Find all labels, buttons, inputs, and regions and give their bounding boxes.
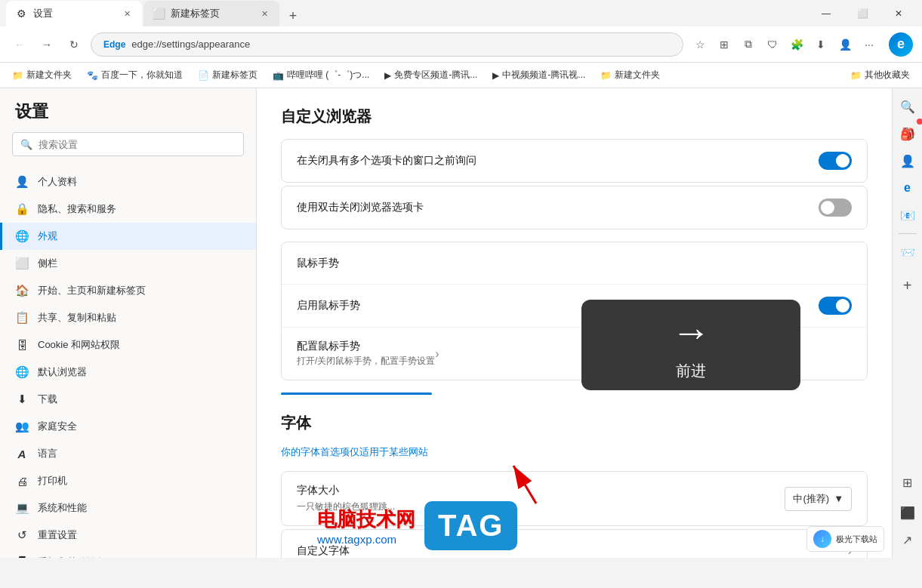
- tooltip-text: 前进: [676, 361, 706, 381]
- forward-button[interactable]: →: [36, 34, 57, 55]
- sidebar-item-system[interactable]: 💻 系统和性能: [0, 494, 256, 522]
- split-screen-icon[interactable]: ⧉: [738, 34, 759, 55]
- share-nav-icon: 📋: [15, 311, 29, 325]
- bookmark-tencent2[interactable]: ▶ 中视频频道-腾讯视...: [486, 66, 591, 85]
- enable-gesture-toggle[interactable]: [819, 297, 852, 315]
- edge-brand-label: Edge: [103, 39, 125, 50]
- refresh-button[interactable]: ↻: [63, 34, 85, 55]
- rp-search-icon[interactable]: 🔍: [896, 94, 920, 119]
- sidebar-item-start[interactable]: 🏠 开始、主页和新建标签页: [0, 277, 256, 304]
- watermark-text-area: 电脑技术网 www.tagxp.com: [317, 506, 415, 546]
- watermark-text: 电脑技术网: [317, 506, 415, 533]
- tab-newtab[interactable]: ⬜ 新建标签页 ✕: [143, 1, 279, 26]
- sidebar-item-label: 系统和性能: [38, 501, 87, 515]
- sidebar-item-appearance[interactable]: 🌐 外观: [0, 223, 256, 250]
- sidebar-item-label: 家庭安全: [38, 420, 77, 433]
- download-site-badge: ↓ 极光下载站: [806, 526, 884, 552]
- bookmark-others[interactable]: 📁 其他收藏夹: [844, 66, 916, 85]
- search-icon: 🔍: [20, 139, 32, 150]
- folder2-icon: 📁: [600, 70, 612, 81]
- toolbar-icons: ☆ ⊞ ⧉ 🛡 🧩 ⬇ 👤 ···: [689, 34, 880, 55]
- bookmark-new-folder[interactable]: 📁 新建文件夹: [6, 66, 78, 85]
- bookmark-tencent1[interactable]: ▶ 免费专区频道-腾讯...: [378, 66, 483, 85]
- downloads-icon[interactable]: ⬇: [810, 34, 831, 55]
- rp-send-icon[interactable]: 📨: [896, 240, 920, 264]
- close-button[interactable]: ✕: [881, 0, 916, 26]
- close-confirm-label: 在关闭具有多个选项卡的窗口之前询问: [297, 154, 819, 168]
- maximize-button[interactable]: ⬜: [845, 0, 880, 26]
- cookies-nav-icon: 🗄: [15, 339, 29, 352]
- sidebar-item-sidebar[interactable]: ⬜ 侧栏: [0, 250, 256, 277]
- sidebar: 设置 🔍 👤 个人资料 🔒 隐私、搜索和服务 🌐 外观 ⬜ 侧栏 🏠 开始、主页…: [0, 88, 257, 558]
- bookmark-newtab[interactable]: 📄 新建标签页: [192, 66, 264, 85]
- badge-indicator: [917, 119, 923, 125]
- sidebar-item-family[interactable]: 👥 家庭安全: [0, 413, 256, 440]
- back-button[interactable]: ←: [9, 34, 30, 55]
- sidebar-item-share[interactable]: 📋 共享、复制和粘贴: [0, 304, 256, 331]
- sidebar-item-label: 共享、复制和粘贴: [38, 311, 116, 325]
- bookmark-label: 百度一下，你就知道: [101, 69, 183, 82]
- extensions-icon[interactable]: 🧩: [786, 34, 807, 55]
- title-bar: ⚙ 设置 ✕ ⬜ 新建标签页 ✕ + — ⬜ ✕: [0, 0, 922, 26]
- new-tab-button[interactable]: +: [281, 5, 305, 26]
- rp-outlook-icon[interactable]: 📧: [896, 203, 920, 227]
- bookmark-bilibili[interactable]: 📺 哔哩哔哩 (゜-゜)つ...: [267, 66, 375, 85]
- sidebar-item-reset[interactable]: ↺ 重置设置: [0, 522, 256, 549]
- sidebar-item-mobile[interactable]: 📱 手机和其他设备: [0, 549, 256, 558]
- rp-edge-icon[interactable]: e: [896, 176, 920, 200]
- rp-external-icon[interactable]: ↗: [896, 528, 920, 552]
- font-section-title: 字体: [281, 413, 868, 433]
- double-click-toggle[interactable]: [819, 199, 852, 217]
- sidebar-item-language[interactable]: A 语言: [0, 440, 256, 467]
- newtab-icon: 📄: [198, 70, 209, 81]
- sidebar-item-profile[interactable]: 👤 个人资料: [0, 168, 256, 195]
- bilibili-icon: 📺: [273, 70, 284, 81]
- tab-newtab-close[interactable]: ✕: [258, 8, 270, 20]
- collections-icon[interactable]: ⊞: [714, 34, 735, 55]
- sidebar-item-download[interactable]: ⬇ 下载: [0, 386, 256, 413]
- bookmarks-bar: 📁 新建文件夹 🐾 百度一下，你就知道 📄 新建标签页 📺 哔哩哔哩 (゜-゜)…: [0, 63, 922, 88]
- rp-wallet-icon[interactable]: 👤: [896, 149, 920, 173]
- address-bar: ← → ↻ Edge edge://settings/appearance ☆ …: [0, 26, 922, 63]
- settings-more-icon[interactable]: ···: [859, 34, 880, 55]
- tab-settings-close[interactable]: ✕: [121, 8, 133, 20]
- bookmark-label: 免费专区频道-腾讯...: [394, 69, 477, 82]
- print-nav-icon: 🖨: [15, 475, 29, 488]
- config-gesture-label: 配置鼠标手势: [297, 340, 435, 353]
- sidebar-item-print[interactable]: 🖨 打印机: [0, 467, 256, 494]
- favorites-icon[interactable]: ☆: [689, 34, 711, 55]
- sidebar-nav-icon: ⬜: [15, 257, 29, 270]
- edge-icon: e: [889, 32, 913, 57]
- download-nav-icon: ⬇: [15, 393, 29, 406]
- bookmark-label: 哔哩哔哩 (゜-゜)つ...: [287, 69, 369, 82]
- mobile-nav-icon: 📱: [15, 556, 29, 558]
- search-input[interactable]: [39, 139, 236, 150]
- profile-icon[interactable]: 👤: [834, 34, 856, 55]
- sidebar-item-cookies[interactable]: 🗄 Cookie 和网站权限: [0, 331, 256, 359]
- address-input[interactable]: Edge edge://settings/appearance: [91, 32, 683, 57]
- minimize-button[interactable]: —: [809, 0, 843, 26]
- rp-layout-icon[interactable]: ⬛: [896, 500, 920, 525]
- language-nav-icon: A: [15, 448, 29, 460]
- tab-settings[interactable]: ⚙ 设置 ✕: [6, 1, 142, 26]
- font-size-select[interactable]: 中(推荐) ▼: [785, 487, 852, 511]
- system-nav-icon: 💻: [15, 501, 29, 515]
- sidebar-item-privacy[interactable]: 🔒 隐私、搜索和服务: [0, 195, 256, 223]
- rp-collections-icon[interactable]: 🎒: [896, 122, 920, 146]
- search-box[interactable]: 🔍: [12, 132, 244, 156]
- close-confirm-toggle[interactable]: [819, 152, 852, 170]
- config-gesture-sub: 打开/关闭鼠标手势，配置手势设置: [297, 355, 435, 368]
- profile-nav-icon: 👤: [15, 175, 29, 189]
- rp-add-icon[interactable]: +: [896, 273, 920, 297]
- close-confirm-row: 在关闭具有多个选项卡的窗口之前询问: [282, 140, 867, 182]
- sidebar-item-label: 外观: [38, 229, 57, 243]
- bookmark-baidu[interactable]: 🐾 百度一下，你就知道: [81, 66, 189, 85]
- sidebar-item-label: 下载: [38, 393, 57, 406]
- rp-grid-icon[interactable]: ⊞: [896, 470, 920, 494]
- sidebar-item-label: 手机和其他设备: [38, 556, 106, 558]
- browser-essentials-icon[interactable]: 🛡: [762, 34, 783, 55]
- bookmark-label: 其他收藏夹: [865, 69, 910, 82]
- bookmark-folder2[interactable]: 📁 新建文件夹: [594, 66, 666, 85]
- sidebar-item-default[interactable]: 🌐 默认浏览器: [0, 359, 256, 386]
- svg-line-1: [513, 466, 536, 503]
